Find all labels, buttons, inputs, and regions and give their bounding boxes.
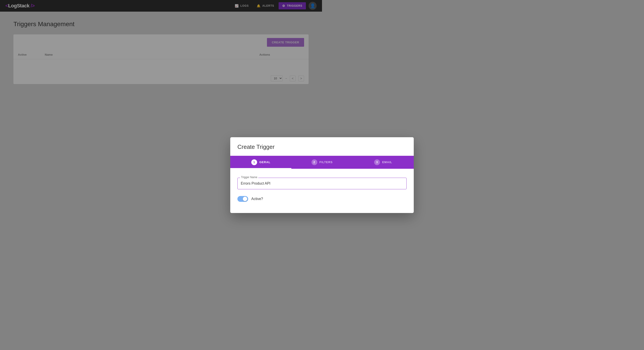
tab-geral[interactable]: 1 GERAL	[230, 156, 291, 169]
tab-filters-number: 2	[312, 159, 317, 165]
modal-title: Create Trigger	[238, 144, 322, 151]
modal-overlay[interactable]: Create Trigger 1 GERAL 2 FILTERS 3 EMAIL…	[0, 0, 322, 175]
tab-filters[interactable]: 2 FILTERS	[291, 156, 322, 169]
modal-body: Trigger Name Active?	[230, 169, 322, 175]
create-trigger-modal: Create Trigger 1 GERAL 2 FILTERS 3 EMAIL…	[230, 137, 322, 175]
step-tabs: 1 GERAL 2 FILTERS 3 EMAIL	[230, 156, 322, 169]
modal-header: Create Trigger	[230, 137, 322, 156]
tab-geral-number: 1	[251, 159, 257, 165]
tab-filters-label: FILTERS	[320, 161, 322, 164]
tab-geral-label: GERAL	[259, 161, 270, 164]
